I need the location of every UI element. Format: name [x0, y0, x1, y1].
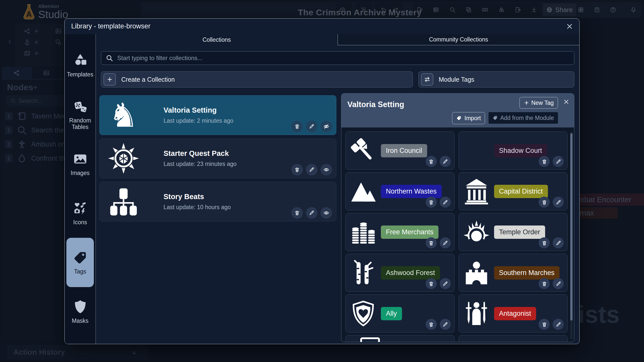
visibility-icon — [323, 210, 329, 216]
toggle-visibility-button[interactable] — [320, 121, 332, 132]
toggle-visibility-button[interactable] — [320, 164, 332, 175]
collections-filter-input[interactable]: Start typing to filter collections... — [101, 51, 574, 65]
delete-tag-button[interactable] — [539, 237, 550, 248]
tag-card[interactable]: Capital District — [459, 172, 568, 210]
sidebar-item-tags[interactable]: Tags — [66, 238, 94, 287]
edit-tag-button[interactable] — [440, 197, 451, 208]
edit-collection-button[interactable] — [306, 121, 317, 132]
delete-tag-button[interactable] — [426, 319, 437, 330]
trash-icon — [541, 159, 547, 164]
tag-panel-title: Valtoria Setting — [347, 100, 404, 109]
tag-badge: Free Merchants — [381, 225, 438, 239]
create-collection-label: Create a Collection — [121, 76, 175, 83]
trash-icon — [541, 240, 547, 246]
collection-updated: Last update: 10 hours ago — [164, 204, 231, 211]
delete-tag-button[interactable] — [426, 237, 437, 248]
bridge-icon — [459, 259, 494, 286]
edit-collection-button[interactable] — [306, 164, 317, 175]
pencil-icon — [442, 240, 448, 246]
icons-icon — [73, 201, 88, 215]
edit-tag-button[interactable] — [553, 319, 564, 330]
collection-card[interactable]: Story Beats Last update: 10 hours ago — [99, 182, 336, 221]
trash-icon — [294, 167, 300, 173]
import-label: Import — [464, 115, 481, 122]
tag-card[interactable]: Free Merchants — [345, 213, 455, 251]
edit-tag-button[interactable] — [440, 156, 451, 167]
edit-tag-button[interactable] — [553, 237, 564, 248]
edit-tag-button[interactable] — [440, 278, 451, 289]
sidebar-item-images[interactable]: Images — [65, 139, 96, 189]
edit-collection-button[interactable] — [306, 207, 317, 219]
sidebar-item-templates[interactable]: Templates — [65, 41, 96, 90]
tag-card[interactable]: Iron Council — [345, 131, 455, 170]
tag-card[interactable]: Northern Wastes — [345, 172, 455, 210]
trash-icon — [541, 322, 547, 327]
delete-tag-button[interactable] — [426, 278, 437, 289]
scrollbar-thumb[interactable] — [570, 133, 573, 321]
tag-panel-header: Valtoria Setting New Tag Import Ad — [341, 94, 574, 127]
tag-card-partial[interactable] — [345, 335, 455, 342]
delete-tag-button[interactable] — [426, 156, 437, 167]
collection-name: Valtoria Setting — [164, 106, 233, 114]
duelist-icon — [459, 300, 494, 327]
tag-badge: Southern Marches — [494, 266, 560, 280]
collection-card[interactable]: Starter Quest Pack Last update: 23 minut… — [99, 139, 336, 178]
delete-collection-button[interactable] — [291, 121, 303, 132]
trash-icon — [428, 199, 434, 205]
trash-icon — [294, 123, 300, 129]
delete-collection-button[interactable] — [291, 164, 303, 175]
tag-icon — [456, 115, 462, 121]
collection-name: Story Beats — [164, 193, 231, 201]
tag-card[interactable]: Shadow Court — [459, 131, 568, 170]
sidebar-item-masks[interactable]: Masks — [65, 287, 96, 336]
edit-tag-button[interactable] — [553, 197, 564, 208]
sidebar-item-icons[interactable]: Icons — [65, 189, 96, 238]
modal-close-button[interactable] — [566, 23, 573, 30]
collections-filter-placeholder: Start typing to filter collections... — [117, 55, 203, 62]
tab-collections[interactable]: Collections — [96, 34, 338, 45]
edit-tag-button[interactable] — [553, 156, 564, 167]
edit-tag-button[interactable] — [553, 278, 564, 289]
collection-name: Starter Quest Pack — [164, 149, 236, 158]
sidebar-item-random-tables[interactable]: Random Tables — [65, 90, 96, 139]
tag-badge: Ashwood Forest — [381, 266, 440, 280]
new-tag-button[interactable]: New Tag — [519, 97, 558, 109]
tag-badge: Capital District — [494, 185, 548, 198]
toggle-visibility-button[interactable] — [320, 207, 332, 219]
tag-card[interactable]: Ashwood Forest — [345, 254, 455, 292]
tag-panel-scrollbar[interactable] — [570, 131, 573, 339]
tag-card[interactable]: Southern Marches — [459, 254, 568, 292]
sidebar-item-label: Random Tables — [65, 117, 95, 130]
shield-heart-icon — [346, 300, 381, 327]
delete-tag-button[interactable] — [539, 278, 550, 289]
delete-tag-button[interactable] — [539, 156, 550, 167]
add-from-module-button[interactable]: Add from the Module — [489, 112, 558, 124]
delete-tag-button[interactable] — [539, 319, 550, 330]
collection-list: ♞ Valtoria Setting Last update: 2 minute… — [99, 95, 336, 225]
tag-panel-close-button[interactable] — [563, 99, 570, 105]
sidebar-item-label: Templates — [65, 71, 95, 78]
edit-tag-button[interactable] — [440, 237, 451, 248]
create-collection-button[interactable]: Create a Collection — [101, 71, 413, 87]
delete-collection-button[interactable] — [291, 207, 303, 219]
delete-tag-button[interactable] — [426, 197, 437, 208]
tag-card[interactable]: Ally — [345, 294, 455, 333]
edit-tag-button[interactable] — [440, 319, 451, 330]
collection-card[interactable]: ♞ Valtoria Setting Last update: 2 minute… — [99, 95, 336, 135]
tab-community-collections[interactable]: Community Collections — [338, 34, 580, 45]
birch-icon — [346, 259, 381, 286]
tag-badge: Iron Council — [381, 144, 427, 157]
import-tags-button[interactable]: Import — [452, 112, 485, 124]
visibility-off-icon — [323, 123, 329, 129]
delete-tag-button[interactable] — [539, 197, 550, 208]
pencil-icon — [309, 123, 315, 129]
tag-card[interactable]: Antagonist — [459, 294, 568, 333]
sunrise-icon — [459, 219, 494, 245]
swap-arrows-icon — [421, 73, 433, 85]
tag-card-partial[interactable] — [459, 335, 568, 342]
trash-icon — [428, 159, 434, 164]
module-tags-button[interactable]: Module Tags — [418, 71, 574, 87]
tag-card[interactable]: Temple Order — [459, 213, 568, 251]
collection-updated: Last update: 2 minutes ago — [164, 117, 233, 124]
gem-sun-icon — [108, 143, 139, 174]
